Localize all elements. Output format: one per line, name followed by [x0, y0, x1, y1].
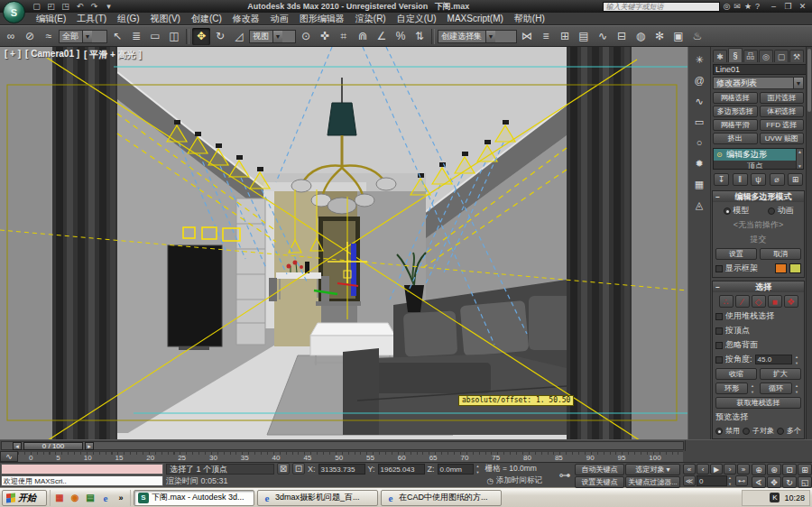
cancel-button[interactable]: 取消	[760, 248, 801, 260]
stack-row[interactable]: ⊙ 编辑多边形	[714, 149, 796, 161]
bind-to-space-warp-icon[interactable]: ≈	[40, 28, 58, 45]
mini-curve-editor-button[interactable]: ∿	[0, 451, 18, 462]
viewport-shading-label[interactable]: [ 平滑 + 高光 ]	[84, 49, 142, 61]
angle-value-field[interactable]: 45.0	[755, 355, 792, 364]
modifier-button[interactable]: 网格选择	[713, 92, 758, 104]
key-mode-toggle-icon[interactable]: ⊷	[735, 475, 748, 486]
frame-spinner[interactable]: ▲▼	[728, 475, 734, 486]
orbit-icon[interactable]: ↻	[782, 476, 797, 488]
next-frame-nub[interactable]: ►	[85, 442, 94, 450]
close-icon[interactable]: ✕	[798, 2, 807, 11]
spinner-snap-icon[interactable]: ⇅	[411, 28, 429, 45]
show-end-result-icon[interactable]: ‖	[733, 173, 748, 186]
cage-color-swatch-1[interactable]	[775, 263, 787, 273]
menu-item[interactable]: 编辑(E)	[31, 13, 71, 25]
add-time-tag[interactable]: ◷ 添加时间标记	[487, 475, 542, 486]
application-menu-button[interactable]: S	[3, 1, 25, 23]
menu-item[interactable]: 动画	[265, 13, 294, 25]
menu-item[interactable]: 图形编辑器	[294, 13, 350, 25]
modifier-button[interactable]: UVW 贴图	[760, 133, 805, 144]
curve-editor-icon[interactable]: ∿	[594, 28, 612, 45]
overflow-chevron[interactable]: »	[115, 492, 127, 504]
preview-subobj-radio[interactable]: 子对象	[743, 426, 774, 436]
cage-color-swatch-2[interactable]	[789, 263, 801, 273]
get-stack-selection-button[interactable]: 获取堆栈选择	[715, 397, 801, 409]
ring-spinner[interactable]: ▲▼	[751, 383, 757, 394]
selected-filter-dropdown[interactable]: 选定对象 ▾	[625, 464, 680, 475]
previous-frame-nub[interactable]: ◄	[13, 442, 22, 450]
by-angle-checkbox[interactable]	[715, 356, 723, 364]
zoom-extents-all-icon[interactable]: ⊞	[798, 464, 812, 475]
time-slider-handle[interactable]: 0 / 100	[23, 442, 83, 450]
menu-item[interactable]: 帮助(H)	[509, 13, 550, 25]
task-button-3dsmax[interactable]: S 下阁.max - Autodesk 3d...	[134, 490, 254, 506]
play-icon[interactable]: ▶	[710, 464, 723, 475]
new-scene-icon[interactable]: ▢	[31, 1, 42, 12]
help-icon[interactable]: ?	[755, 2, 760, 11]
configure-modifier-sets-icon[interactable]: ⊞	[788, 173, 803, 186]
material-editor-icon[interactable]: ◍	[632, 28, 650, 45]
menu-item[interactable]: MAXScript(M)	[442, 14, 509, 23]
polygon-icon[interactable]: ■	[768, 295, 782, 308]
task-button-browser-2[interactable]: e 在CAD中使用图纸的方...	[381, 490, 502, 506]
graphite-ribbon-icon[interactable]: ▤	[575, 28, 593, 45]
align-icon[interactable]: ≡	[537, 28, 555, 45]
select-object-icon[interactable]: ↖	[108, 28, 126, 45]
next-frame-icon[interactable]: ›	[724, 464, 736, 475]
window-crossing-icon[interactable]: ◫	[165, 28, 183, 45]
communication-center-icon[interactable]: ✉	[734, 2, 741, 11]
make-unique-icon[interactable]: ψ	[751, 173, 766, 186]
field-of-view-icon[interactable]: ∢	[752, 476, 766, 488]
set-key-button[interactable]: 设置关键点	[575, 476, 624, 488]
keyboard-override-icon[interactable]: ⌗	[335, 28, 353, 45]
select-and-manipulate-icon[interactable]: ✜	[316, 28, 334, 45]
schematic-view-icon[interactable]: ⊟	[613, 28, 631, 45]
go-to-start-icon[interactable]: «	[683, 464, 696, 475]
by-vertex-checkbox[interactable]	[715, 327, 723, 335]
modifier-button[interactable]: 体积选择	[760, 106, 805, 117]
maxscript-mini-listener[interactable]	[1, 464, 163, 475]
stack-scrollbar[interactable]: ▲▼	[796, 149, 803, 169]
tray-clock[interactable]: 10:28	[784, 493, 805, 502]
show-desktop-icon[interactable]: ▦	[53, 492, 66, 504]
book-icon[interactable]: ▤	[84, 492, 97, 504]
reference-coordinate-dropdown[interactable]: 视图▼	[249, 30, 296, 43]
render-setup-icon[interactable]: ✻	[651, 28, 669, 45]
ignore-backfacing-checkbox[interactable]	[715, 342, 723, 349]
modifier-button[interactable]: 网格平滑	[713, 119, 758, 131]
redo-icon[interactable]: ↷	[88, 1, 100, 12]
qat-dropdown-icon[interactable]: ▾	[103, 1, 115, 12]
loop-spinner[interactable]: ▲▼	[795, 383, 801, 394]
y-coordinate-field[interactable]: 19625.043	[378, 464, 425, 475]
zoom-extents-icon[interactable]: ⊡	[782, 464, 797, 475]
loop-button[interactable]: 循环	[760, 383, 792, 394]
helix-shape-icon[interactable]: @	[690, 71, 708, 89]
stack-row[interactable]: 顶点	[714, 161, 796, 170]
viewport-camera-label[interactable]: [ Camera01 ]	[25, 49, 79, 61]
select-and-move-icon[interactable]: ✥	[192, 28, 210, 45]
zoom-icon[interactable]: ⊕	[752, 464, 766, 475]
selection-filter-dropdown[interactable]: 全部▼	[59, 30, 107, 43]
modifier-button[interactable]: 挤出	[713, 133, 758, 144]
tab-display[interactable]: ▢	[774, 50, 789, 62]
rollout-header[interactable]: − 编辑多边形模式	[713, 191, 804, 202]
menu-item[interactable]: 工具(T)	[71, 13, 112, 25]
z-coordinate-field[interactable]: 0.0mm	[438, 464, 474, 475]
select-and-rotate-icon[interactable]: ↻	[211, 28, 229, 45]
time-slider[interactable]: ◄ 0 / 100 ►	[1, 441, 684, 450]
layer-manager-icon[interactable]: ⊞	[556, 28, 574, 45]
modifier-list-dropdown[interactable]: 修改器列表▼	[713, 77, 804, 89]
task-button-browser-1[interactable]: e 3dmax摄影机问题_百...	[257, 490, 378, 506]
element-icon[interactable]: ❖	[784, 295, 798, 308]
percent-snap-icon[interactable]: %	[392, 28, 410, 45]
menu-item[interactable]: 修改器	[227, 13, 265, 25]
ring-button[interactable]: 环形	[715, 383, 748, 394]
object-name-field[interactable]	[713, 64, 812, 75]
go-to-end-icon[interactable]: »	[737, 464, 750, 475]
mirror-icon[interactable]: ⋈	[518, 28, 536, 45]
tab-motion[interactable]: ◎	[759, 50, 773, 62]
pan-icon[interactable]: ✥	[767, 476, 781, 488]
snap-toggle-3d-icon[interactable]: ⋒	[354, 28, 372, 45]
selection-lock-icon[interactable]: ⊠	[277, 463, 290, 475]
rectangular-selection-icon[interactable]: ▭	[146, 28, 164, 45]
